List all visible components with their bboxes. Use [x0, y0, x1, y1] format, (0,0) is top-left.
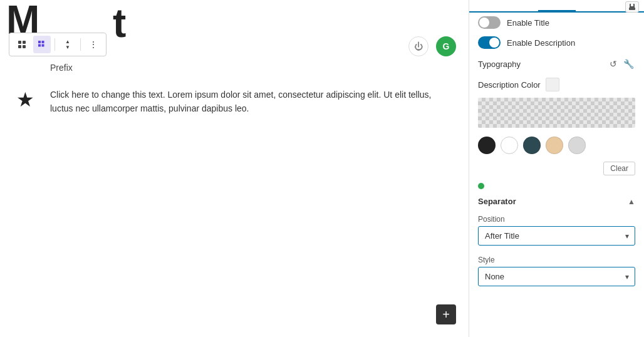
- element-toolbar: ▲ ▼ ⋮: [9, 33, 106, 56]
- clear-row: Clear: [469, 159, 644, 180]
- color-swatches-row: [469, 132, 644, 159]
- svg-rect-7: [42, 44, 44, 47]
- toolbar-divider-2: [80, 38, 81, 51]
- svg-rect-10: [629, 8, 635, 10]
- toggle-knob-2: [489, 38, 499, 48]
- move-handle-btn[interactable]: [13, 36, 31, 53]
- color-picker-area[interactable]: [478, 98, 635, 128]
- typography-actions: ↺ 🔧: [608, 58, 635, 70]
- prefix-label: Prefix: [50, 63, 73, 73]
- style-field-container: ➤ Style None Solid Dashed Dotted: [469, 252, 644, 293]
- swatch-peach[interactable]: [546, 137, 563, 154]
- typography-row: Typography ↺ 🔧: [469, 53, 644, 75]
- add-element-button[interactable]: +: [436, 304, 456, 324]
- grammarly-button[interactable]: G: [436, 36, 456, 56]
- enable-description-toggle[interactable]: [478, 36, 501, 49]
- svg-rect-0: [18, 41, 21, 44]
- green-dot-row: [469, 180, 644, 192]
- active-tab-indicator: [538, 10, 576, 11]
- enable-title-row: Enable Title: [469, 13, 644, 33]
- green-dot-indicator: [478, 183, 484, 189]
- style-field-label: Style: [469, 252, 644, 267]
- enable-title-toggle[interactable]: [478, 16, 501, 29]
- enable-description-label: Enable Description: [507, 38, 575, 48]
- settings-panel: ➤ Enable Title Enable Description Typogr…: [469, 0, 644, 337]
- position-select-wrap: After Title Before Title After Descripti…: [478, 226, 635, 246]
- enable-description-row: Enable Description: [469, 33, 644, 53]
- typography-reset-btn[interactable]: ↺: [608, 58, 618, 70]
- enable-title-label: Enable Title: [507, 18, 549, 28]
- swatch-black[interactable]: [478, 137, 496, 154]
- power-button[interactable]: ⏻: [408, 36, 428, 56]
- more-options-btn[interactable]: ⋮: [85, 36, 102, 53]
- canvas-area: M ▲ ▼ ⋮ t ⏻ G Prefix ★ Click here to cha…: [0, 0, 469, 337]
- svg-rect-9: [631, 4, 633, 6]
- clear-button[interactable]: Clear: [603, 162, 635, 175]
- position-select[interactable]: After Title Before Title After Descripti…: [478, 226, 635, 246]
- swatch-dark-teal[interactable]: [523, 137, 541, 154]
- description-text[interactable]: Click here to change this text. Lorem ip…: [50, 88, 456, 116]
- save-button[interactable]: [625, 1, 639, 13]
- svg-rect-2: [18, 45, 21, 48]
- color-swatch-preview[interactable]: [546, 78, 559, 91]
- description-color-label: Description Color: [478, 80, 541, 90]
- swatch-white[interactable]: [501, 137, 518, 154]
- reorder-up-btn[interactable]: ▲ ▼: [59, 36, 76, 53]
- svg-rect-4: [38, 41, 41, 43]
- toggle-knob: [479, 18, 489, 28]
- svg-rect-3: [23, 45, 26, 48]
- description-color-row: Description Color: [469, 75, 644, 94]
- svg-rect-5: [42, 41, 44, 43]
- style-select-wrap: None Solid Dashed Dotted: [478, 267, 635, 286]
- separator-title: Separator: [478, 197, 516, 206]
- position-field-label: Position: [469, 211, 644, 226]
- typography-title: Typography: [478, 60, 521, 69]
- star-icon: ★: [16, 88, 34, 111]
- separator-section-header[interactable]: Separator ▲: [469, 192, 644, 211]
- typography-edit-btn[interactable]: 🔧: [622, 58, 635, 70]
- chevron-up-icon: ▲: [628, 197, 635, 206]
- style-select[interactable]: None Solid Dashed Dotted: [478, 267, 635, 286]
- swatch-light-gray[interactable]: [568, 137, 586, 154]
- title-letter-t: t: [113, 0, 126, 46]
- svg-rect-6: [38, 44, 41, 47]
- panel-top-bar: [469, 0, 644, 13]
- toolbar-divider-1: [55, 38, 55, 51]
- grid-view-btn[interactable]: [33, 36, 51, 53]
- svg-rect-1: [23, 41, 26, 44]
